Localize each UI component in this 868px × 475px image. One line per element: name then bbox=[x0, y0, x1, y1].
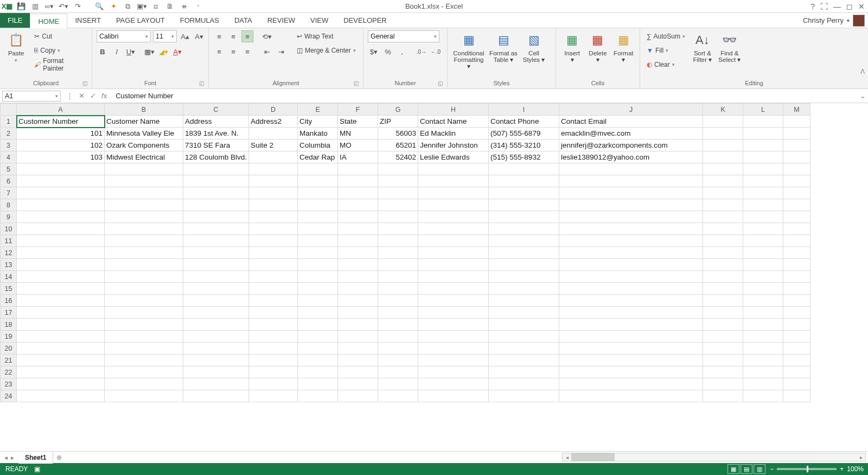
cell[interactable] bbox=[105, 390, 183, 402]
row-header[interactable]: 6 bbox=[1, 175, 17, 187]
cell[interactable] bbox=[378, 247, 418, 259]
bold-button[interactable]: B bbox=[97, 46, 108, 58]
cell[interactable] bbox=[298, 223, 338, 235]
col-header[interactable]: C bbox=[183, 104, 249, 116]
zoom-level-label[interactable]: 100% bbox=[847, 465, 864, 473]
cell[interactable] bbox=[743, 235, 783, 247]
dialog-launcher-icon[interactable]: ◱ bbox=[199, 80, 204, 86]
cell[interactable]: emacklin@mvec.com bbox=[559, 128, 703, 140]
cell[interactable] bbox=[703, 295, 743, 307]
cell[interactable] bbox=[105, 235, 183, 247]
cell[interactable] bbox=[559, 295, 703, 307]
cell[interactable] bbox=[338, 187, 378, 199]
cell[interactable] bbox=[338, 283, 378, 295]
cell[interactable]: City bbox=[298, 116, 338, 128]
cell[interactable] bbox=[298, 366, 338, 378]
cell[interactable] bbox=[17, 247, 105, 259]
cell[interactable] bbox=[249, 295, 298, 307]
cell[interactable] bbox=[183, 247, 249, 259]
orientation-button[interactable]: ⟲▾ bbox=[261, 30, 273, 42]
cell[interactable] bbox=[249, 319, 298, 331]
cell[interactable] bbox=[703, 247, 743, 259]
wrap-text-button[interactable]: ↩Wrap Text bbox=[295, 30, 358, 42]
cell[interactable] bbox=[183, 271, 249, 283]
cell[interactable] bbox=[17, 343, 105, 354]
cell[interactable] bbox=[105, 378, 183, 390]
cell[interactable] bbox=[249, 390, 298, 402]
cell[interactable]: 1839 1st Ave. N. bbox=[183, 128, 249, 140]
add-sheet-button[interactable]: ⊕ bbox=[53, 454, 65, 461]
cell[interactable] bbox=[105, 259, 183, 271]
sheet-nav-next-icon[interactable]: ▸ bbox=[11, 454, 14, 461]
cell[interactable] bbox=[743, 390, 783, 402]
save-icon[interactable]: 💾 bbox=[16, 2, 26, 11]
cell[interactable] bbox=[298, 307, 338, 319]
row-header[interactable]: 7 bbox=[1, 187, 17, 199]
cell[interactable] bbox=[743, 295, 783, 307]
cell[interactable]: leslie1389012@yahoo.com bbox=[559, 151, 703, 163]
cell[interactable] bbox=[489, 331, 559, 343]
cell[interactable] bbox=[418, 307, 489, 319]
cell[interactable] bbox=[418, 199, 489, 211]
cell[interactable]: Address2 bbox=[249, 116, 298, 128]
cell[interactable] bbox=[183, 187, 249, 199]
cut-button[interactable]: ✂Cut bbox=[32, 30, 87, 42]
cell[interactable] bbox=[298, 175, 338, 187]
cell[interactable] bbox=[105, 271, 183, 283]
cell[interactable] bbox=[298, 211, 338, 223]
cell[interactable] bbox=[783, 343, 810, 354]
cell[interactable] bbox=[298, 163, 338, 175]
cell[interactable] bbox=[183, 343, 249, 354]
cell[interactable] bbox=[783, 199, 810, 211]
cell[interactable] bbox=[105, 199, 183, 211]
cell[interactable] bbox=[249, 247, 298, 259]
cell[interactable] bbox=[378, 390, 418, 402]
enter-formula-icon[interactable]: ✓ bbox=[90, 92, 96, 100]
cell[interactable]: Columbia bbox=[298, 140, 338, 151]
cell[interactable] bbox=[703, 366, 743, 378]
cell[interactable] bbox=[249, 163, 298, 175]
row-header[interactable]: 24 bbox=[1, 390, 17, 402]
number-format-combo[interactable]: General▾ bbox=[368, 30, 439, 42]
cell[interactable] bbox=[338, 247, 378, 259]
select-all-corner[interactable] bbox=[1, 104, 17, 116]
percent-button[interactable]: % bbox=[382, 46, 394, 58]
col-header[interactable]: J bbox=[559, 104, 703, 116]
col-header[interactable]: G bbox=[378, 104, 418, 116]
name-box[interactable]: A1▾ bbox=[2, 91, 61, 102]
cell[interactable] bbox=[298, 390, 338, 402]
cell[interactable] bbox=[183, 319, 249, 331]
font-color-button[interactable]: A▾ bbox=[171, 46, 183, 58]
row-header[interactable]: 13 bbox=[1, 259, 17, 271]
cell[interactable] bbox=[743, 366, 783, 378]
cell[interactable] bbox=[249, 366, 298, 378]
cell[interactable] bbox=[338, 223, 378, 235]
cell[interactable] bbox=[703, 151, 743, 163]
cell[interactable] bbox=[703, 354, 743, 366]
row-header[interactable]: 16 bbox=[1, 295, 17, 307]
cell[interactable] bbox=[559, 259, 703, 271]
cell[interactable] bbox=[418, 366, 489, 378]
cell[interactable] bbox=[338, 331, 378, 343]
cell[interactable] bbox=[378, 259, 418, 271]
cell[interactable]: 101 bbox=[17, 128, 105, 140]
cell[interactable] bbox=[378, 175, 418, 187]
cell[interactable]: 103 bbox=[17, 151, 105, 163]
format-cells-button[interactable]: ▦Format▾ bbox=[612, 30, 635, 63]
cell[interactable] bbox=[249, 175, 298, 187]
tab-formulas[interactable]: FORMULAS bbox=[173, 13, 227, 28]
tab-home[interactable]: HOME bbox=[30, 14, 67, 28]
cell[interactable]: (515) 555-8932 bbox=[489, 151, 559, 163]
increase-decimal-button[interactable]: .0→ bbox=[416, 46, 427, 58]
col-header[interactable]: K bbox=[703, 104, 743, 116]
col-header[interactable]: F bbox=[338, 104, 378, 116]
cell[interactable] bbox=[743, 283, 783, 295]
cell[interactable] bbox=[743, 199, 783, 211]
cell[interactable] bbox=[418, 247, 489, 259]
cell[interactable]: MO bbox=[338, 140, 378, 151]
col-header[interactable]: L bbox=[743, 104, 783, 116]
italic-button[interactable]: I bbox=[111, 46, 123, 58]
cell[interactable] bbox=[183, 366, 249, 378]
cell[interactable] bbox=[559, 175, 703, 187]
cell[interactable] bbox=[183, 295, 249, 307]
